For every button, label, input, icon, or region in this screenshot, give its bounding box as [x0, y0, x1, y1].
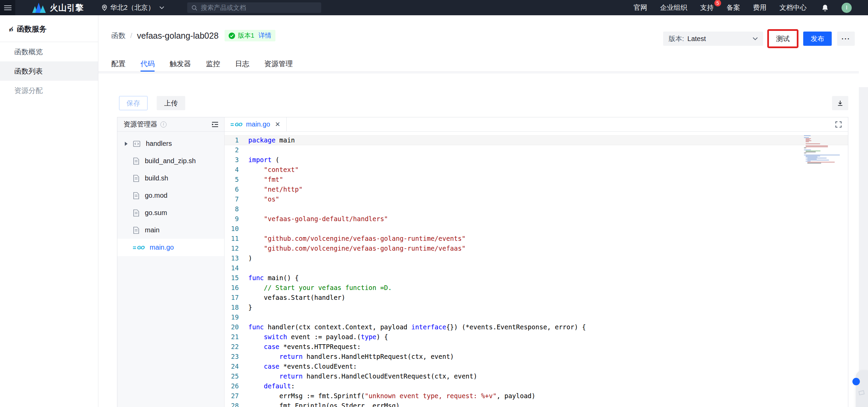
fullscreen-icon[interactable]	[834, 120, 843, 129]
chevron-right-icon[interactable]	[125, 142, 128, 146]
left-sidebar: ‹⁄› 函数服务 函数概览函数列表资源分配	[0, 15, 98, 407]
user-avatar[interactable]: I	[842, 3, 852, 13]
file-item-go.mod[interactable]: go.mod	[117, 187, 224, 204]
line-number: 20	[225, 322, 243, 332]
nav-menu-item-6[interactable]: 文档中心	[779, 3, 807, 12]
minimap[interactable]	[804, 135, 846, 164]
minimap-line	[804, 137, 809, 138]
upload-button[interactable]: 上传	[157, 96, 185, 110]
service-title-label: 函数服务	[17, 24, 47, 34]
nav-menu-item-5[interactable]: 费用	[753, 3, 767, 12]
code-text	[243, 204, 248, 214]
code-area[interactable]: 1package main23import (4 "context"5 "fmt…	[225, 132, 848, 407]
tab-代码[interactable]: 代码	[140, 56, 155, 72]
file-name: handlers	[146, 140, 172, 148]
minimap-line	[804, 135, 811, 136]
minimap-line	[806, 138, 811, 139]
line-number: 10	[225, 224, 243, 234]
close-tab-icon[interactable]: ✕	[275, 120, 281, 128]
nav-menu-item-3[interactable]: 支持5	[700, 3, 714, 12]
navbar-right-menu: 官网企业组织支持5备案费用文档中心 I	[634, 3, 868, 13]
version-detail-link[interactable]: 详情	[258, 31, 271, 40]
download-icon	[836, 99, 844, 107]
line-number: 14	[225, 263, 243, 273]
code-text: }	[243, 303, 252, 312]
volcano-logo-icon	[32, 3, 46, 13]
file-icon	[133, 227, 139, 234]
sidebar-item[interactable]: 函数概览	[0, 42, 98, 61]
folder-icon	[133, 140, 140, 147]
code-text: switch event := payload.(type) {	[243, 332, 388, 342]
file-item-build.sh[interactable]: build.sh	[117, 170, 224, 187]
code-text: // Start your vefaas function =D.	[243, 283, 392, 293]
line-number: 8	[225, 204, 243, 214]
nav-menu-item-2[interactable]: 企业组织	[660, 3, 687, 12]
nav-menu-item-1[interactable]: 官网	[634, 3, 647, 12]
info-circle-icon[interactable]: i	[160, 121, 167, 128]
page-title: vefaas-golang-lab028	[137, 31, 218, 41]
breadcrumb-functions-link[interactable]: 函数	[111, 31, 126, 40]
file-name: main.go	[150, 244, 174, 251]
download-button[interactable]	[832, 96, 848, 110]
minimap-line	[806, 159, 817, 159]
code-line-24: 24 case *events.CloudEvent:	[225, 362, 848, 371]
nav-menu-item-4[interactable]: 备案	[727, 3, 740, 12]
code-text: "vefaas-golang-default/handlers"	[243, 214, 388, 224]
tab-日志[interactable]: 日志	[235, 56, 249, 72]
line-number: 28	[225, 401, 243, 407]
file-item-build_and_zip.sh[interactable]: build_and_zip.sh	[117, 152, 224, 170]
code-text: func handler(ctx context.Context, payloa…	[243, 322, 586, 332]
line-number: 25	[225, 371, 243, 381]
function-tabs: 配置代码触发器监控日志资源管理	[111, 56, 848, 72]
red-annotation-box: 测试	[767, 29, 798, 48]
editor-tab-main-go[interactable]: GO main.go ✕	[225, 117, 287, 131]
collapse-explorer-icon[interactable]	[211, 121, 219, 128]
minimap-line	[806, 139, 810, 140]
line-number: 12	[225, 244, 243, 253]
file-item-go.sum[interactable]: go.sum	[117, 204, 224, 221]
code-text	[243, 312, 248, 322]
notification-count-badge: 5	[714, 0, 721, 6]
explorer-header: 资源管理器 i	[117, 117, 224, 132]
hamburger-menu-button[interactable]	[0, 0, 15, 15]
save-button[interactable]: 保存	[119, 96, 148, 110]
version-select-label: 版本:	[669, 34, 684, 43]
publish-button[interactable]: 发布	[803, 32, 832, 46]
line-number: 1	[225, 135, 243, 145]
file-name: go.mod	[145, 192, 168, 199]
tab-触发器[interactable]: 触发器	[170, 56, 191, 72]
minimap-line	[806, 161, 811, 161]
line-number: 21	[225, 332, 243, 342]
minimap-line	[806, 152, 816, 152]
test-button[interactable]: 测试	[770, 32, 796, 46]
more-actions-button[interactable]: ···	[837, 32, 855, 46]
version-select[interactable]: 版本: Latest	[663, 32, 763, 46]
code-text: "net/http"	[243, 185, 303, 194]
file-item-main.go[interactable]: GOmain.go	[117, 239, 224, 256]
region-selector[interactable]: 华北2（北京）	[101, 3, 167, 12]
editor-pane: GO main.go ✕ 1package main23import (4 "c…	[225, 117, 848, 407]
minimap-line	[807, 163, 822, 163]
code-line-2: 2	[225, 145, 848, 155]
file-item-main[interactable]: main	[117, 221, 224, 239]
code-line-10: 10	[225, 224, 848, 234]
editor-tabbar: GO main.go ✕	[225, 117, 848, 132]
search-input[interactable]	[201, 4, 317, 12]
code-text: fmt.Fprintln(os.Stderr, errMsg)	[243, 401, 400, 407]
brand-logo[interactable]: 火山引擎	[32, 2, 84, 13]
code-line-11: 11 "github.com/volcengine/vefaas-golang-…	[225, 234, 848, 244]
minimap-line	[807, 160, 829, 160]
sidebar-item[interactable]: 函数列表	[0, 61, 98, 81]
sidebar-item[interactable]: 资源分配	[0, 81, 98, 100]
editor-tab-label: main.go	[246, 120, 270, 128]
tab-资源管理[interactable]: 资源管理	[264, 56, 293, 72]
floating-helper-widget[interactable]	[856, 370, 868, 407]
code-line-22: 22 case *events.HTTPRequest:	[225, 342, 848, 352]
tab-监控[interactable]: 监控	[206, 56, 220, 72]
tab-配置[interactable]: 配置	[111, 56, 126, 72]
line-number: 27	[225, 391, 243, 401]
minimap-line	[804, 155, 840, 155]
file-item-handlers[interactable]: handlers	[117, 135, 224, 152]
line-number: 11	[225, 234, 243, 244]
notification-bell-icon[interactable]	[822, 4, 829, 12]
